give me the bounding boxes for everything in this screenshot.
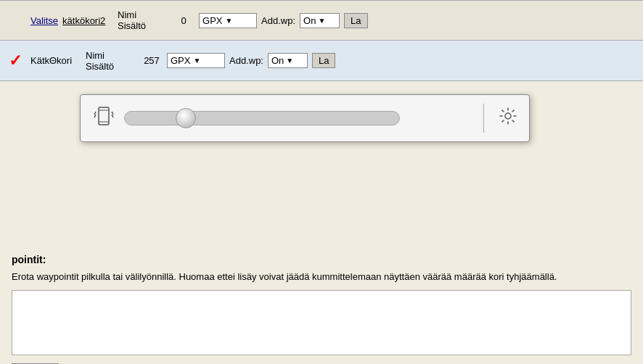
svg-line-5 [112,112,113,115]
waypoints-header: pointit: [12,254,46,265]
gpx-arrow-2: ▼ [193,57,200,65]
la-button-1[interactable]: La [344,13,367,28]
label-col-2: Nimi Sisältö [86,50,136,72]
on-select-1[interactable]: On ▼ [300,13,340,28]
red-checkmark: ✓ [9,51,22,70]
content-area: pointit: Erota waypointit pilkulla tai v… [0,248,643,364]
svg-line-4 [94,115,96,117]
slider-container [124,111,469,125]
label-sisalto-2: Sisältö [86,61,136,72]
waypoints-textarea[interactable] [12,290,631,355]
addwp-label-1: Add.wp: [261,15,295,26]
svg-line-3 [94,112,96,115]
name-col-2: KätkΘkori [30,55,81,66]
gpx-label-1: GPX [202,15,222,26]
gpx-arrow-1: ▼ [226,17,233,25]
la-button-2[interactable]: La [312,53,335,68]
media-popup [80,94,530,142]
label-sisalto-1: Sisältö [118,20,168,31]
svg-point-7 [505,113,511,119]
gpx-label-2: GPX [171,55,190,66]
volume-slider[interactable] [124,111,400,125]
label-nimi-1: Nimi [118,9,168,20]
on-value-1: On [303,15,316,26]
svg-line-6 [112,115,113,117]
count-2: 257 [141,55,163,66]
gpx-select-1[interactable]: GPX ▼ [199,13,257,28]
checkmark-cell-2: ✓ [4,51,26,70]
on-select-2[interactable]: On ▼ [268,53,308,68]
waypoints-desc: Erota waypointit pilkulla tai välilyönni… [12,270,631,284]
divider [483,104,484,133]
cache-name-2: KätkΘkori [30,55,81,66]
gpx-select-2[interactable]: GPX ▼ [167,53,225,68]
phone-vibrate-icon [92,104,115,132]
cache-name-1: kätkökori2 [62,15,113,26]
name-col-1: kätkökori2 [62,15,113,26]
table-row: Valitse kätkökori2 Nimi Sisältö 0 GPX ▼ … [0,0,643,41]
select-button-1[interactable]: Valitse [30,15,58,26]
label-nimi-2: Nimi [86,50,136,61]
gear-button[interactable] [499,107,517,130]
on-arrow-2: ▼ [286,57,293,65]
on-value-2: On [271,55,284,66]
main-container: Valitse kätkökori2 Nimi Sisältö 0 GPX ▼ … [0,0,643,364]
table-row-2: ✓ KätkΘkori Nimi Sisältö 257 GPX ▼ Add.w… [0,41,643,81]
count-1: 0 [173,15,194,26]
on-arrow-1: ▼ [318,17,325,25]
addwp-label-2: Add.wp: [229,55,263,66]
label-col-1: Nimi Sisältö [118,9,168,31]
